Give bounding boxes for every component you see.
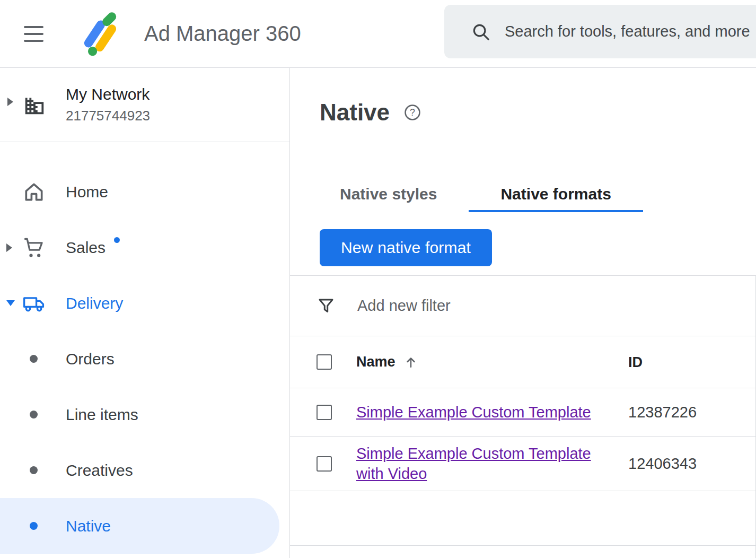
sidebar-item-label: Orders bbox=[66, 350, 115, 368]
filter-funnel-icon bbox=[317, 297, 336, 316]
main-content: Native ? Native styles Native formats Ne… bbox=[290, 68, 756, 558]
column-header-name[interactable]: Name bbox=[356, 354, 395, 370]
top-bar: Ad Manager 360 bbox=[0, 0, 756, 68]
network-id: 21775744923 bbox=[66, 108, 150, 124]
native-formats-table: Add new filter Name ID bbox=[290, 275, 756, 558]
home-icon bbox=[22, 180, 46, 204]
select-all-checkbox[interactable] bbox=[317, 354, 332, 370]
truck-icon bbox=[22, 292, 46, 315]
format-link[interactable]: Simple Example Custom Template bbox=[356, 402, 591, 422]
search-bar[interactable] bbox=[444, 5, 756, 58]
bullet-icon bbox=[30, 522, 38, 530]
sidebar-item-orders[interactable]: Orders bbox=[0, 331, 289, 387]
cart-icon bbox=[22, 236, 46, 259]
new-native-format-button[interactable]: New native format bbox=[320, 229, 492, 266]
sidebar-item-label: Delivery bbox=[66, 294, 123, 312]
sidebar-item-native[interactable]: Native bbox=[0, 498, 279, 554]
add-filter-label[interactable]: Add new filter bbox=[357, 297, 451, 315]
app-title: Ad Manager 360 bbox=[144, 22, 301, 46]
sidebar: My Network 21775744923 Home Sales bbox=[0, 68, 290, 558]
sidebar-item-creatives[interactable]: Creatives bbox=[0, 442, 289, 498]
svg-text:?: ? bbox=[410, 107, 415, 118]
format-id: 12387226 bbox=[628, 404, 755, 421]
sidebar-item-home[interactable]: Home bbox=[0, 164, 289, 220]
sidebar-item-label: Creatives bbox=[66, 461, 133, 479]
sidebar-item-label: Line items bbox=[66, 406, 138, 424]
collapse-down-icon[interactable] bbox=[6, 300, 15, 306]
row-checkbox[interactable] bbox=[317, 405, 332, 420]
tab-native-styles[interactable]: Native styles bbox=[308, 178, 469, 212]
sidebar-nav: Home Sales Del bbox=[0, 142, 289, 554]
search-icon bbox=[471, 22, 491, 42]
ad-manager-logo-icon bbox=[75, 10, 124, 58]
table-row: Simple Example Custom Template with Vide… bbox=[290, 437, 755, 491]
sidebar-item-label: Native bbox=[66, 517, 111, 535]
table-header-row: Name ID bbox=[290, 336, 755, 388]
expand-right-icon[interactable] bbox=[7, 98, 13, 106]
bullet-icon bbox=[30, 355, 38, 363]
sort-ascending-icon[interactable] bbox=[403, 354, 419, 370]
tab-bar: Native styles Native formats bbox=[308, 178, 756, 212]
sidebar-item-delivery[interactable]: Delivery bbox=[0, 275, 289, 331]
building-icon bbox=[22, 93, 47, 117]
tab-native-formats[interactable]: Native formats bbox=[469, 178, 643, 212]
bullet-icon bbox=[30, 411, 38, 419]
menu-icon[interactable] bbox=[24, 26, 43, 42]
filter-bar[interactable]: Add new filter bbox=[290, 276, 755, 336]
search-input[interactable] bbox=[505, 23, 756, 40]
format-id: 12406343 bbox=[628, 455, 755, 473]
table-empty-row bbox=[290, 491, 755, 546]
help-icon[interactable]: ? bbox=[403, 103, 421, 121]
row-checkbox[interactable] bbox=[317, 456, 332, 472]
expand-right-icon[interactable] bbox=[6, 243, 12, 252]
column-header-id[interactable]: ID bbox=[628, 354, 643, 370]
network-selector[interactable]: My Network 21775744923 bbox=[0, 68, 289, 142]
sidebar-item-sales[interactable]: Sales bbox=[0, 220, 289, 275]
format-link[interactable]: Simple Example Custom Template with Vide… bbox=[356, 443, 607, 484]
notification-dot bbox=[114, 237, 120, 243]
network-name: My Network bbox=[66, 85, 150, 103]
page-title: Native bbox=[320, 99, 390, 126]
sidebar-item-label: Sales bbox=[66, 239, 106, 257]
bullet-icon bbox=[30, 466, 38, 474]
sidebar-item-line-items[interactable]: Line items bbox=[0, 387, 289, 442]
sidebar-item-label: Home bbox=[66, 183, 108, 201]
table-row: Simple Example Custom Template 12387226 bbox=[290, 388, 755, 437]
table-bottom-spacer bbox=[290, 546, 755, 558]
